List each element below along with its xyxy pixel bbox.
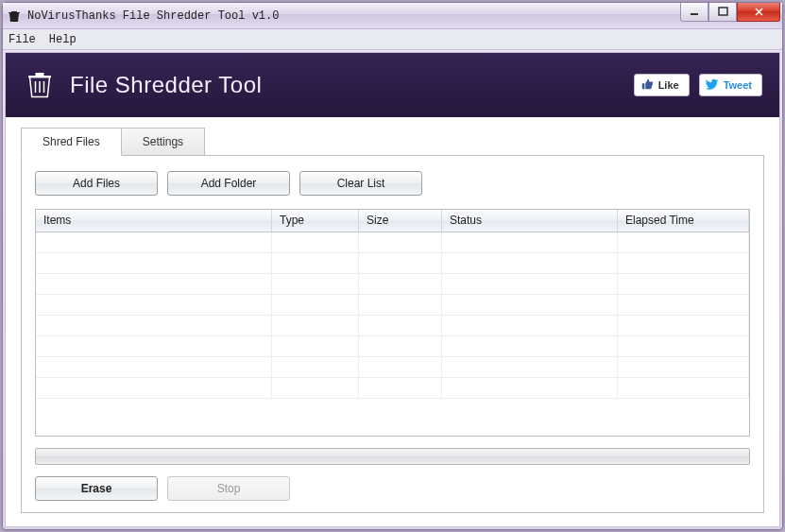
client-area: File Shredder Tool Like Tweet (5, 52, 780, 527)
table-row (36, 378, 749, 399)
app-icon (7, 9, 22, 24)
content-area: Shred Files Settings Add Files Add Folde… (6, 117, 779, 526)
table-row (36, 253, 749, 274)
col-elapsed[interactable]: Elapsed Time (618, 210, 749, 232)
window-title: NoVirusThanks File Shredder Tool v1.0 (27, 9, 279, 23)
tweet-label: Tweet (724, 79, 752, 91)
table-row (36, 232, 749, 253)
close-button[interactable] (737, 3, 780, 22)
twitter-icon (706, 77, 719, 93)
like-button[interactable]: Like (634, 74, 690, 96)
bottom-button-row: Erase Stop (35, 476, 750, 501)
titlebar[interactable]: NoVirusThanks File Shredder Tool v1.0 (3, 3, 782, 29)
menu-help[interactable]: Help (49, 33, 77, 46)
trash-icon (23, 67, 57, 104)
items-grid[interactable]: Items Type Size Status Elapsed Time (35, 209, 750, 437)
table-row (36, 274, 749, 295)
like-label: Like (658, 79, 679, 91)
table-row (36, 336, 749, 357)
add-files-button[interactable]: Add Files (35, 171, 158, 196)
tab-settings[interactable]: Settings (122, 128, 205, 156)
grid-header: Items Type Size Status Elapsed Time (36, 210, 749, 232)
progress-bar (35, 448, 750, 465)
col-size[interactable]: Size (359, 210, 442, 232)
col-status[interactable]: Status (442, 210, 618, 232)
col-type[interactable]: Type (272, 210, 359, 232)
erase-button[interactable]: Erase (35, 476, 158, 501)
tab-strip: Shred Files Settings (21, 127, 764, 155)
window-controls (680, 3, 780, 22)
table-row (36, 316, 749, 336)
hero-banner: File Shredder Tool Like Tweet (6, 53, 779, 117)
table-row (36, 295, 749, 316)
svg-rect-0 (719, 8, 727, 15)
stop-button[interactable]: Stop (167, 476, 290, 501)
tab-panel-shred: Add Files Add Folder Clear List Items Ty… (21, 155, 764, 513)
app-title: File Shredder Tool (70, 72, 262, 98)
table-row (36, 357, 749, 378)
col-items[interactable]: Items (36, 210, 272, 232)
app-window: NoVirusThanks File Shredder Tool v1.0 Fi… (2, 2, 783, 530)
menubar: File Help (3, 29, 782, 50)
clear-list-button[interactable]: Clear List (299, 171, 422, 196)
tweet-button[interactable]: Tweet (699, 74, 762, 96)
menu-file[interactable]: File (9, 33, 36, 46)
grid-body (36, 232, 749, 401)
thumbs-up-icon (640, 77, 654, 93)
maximize-button[interactable] (708, 3, 737, 22)
toolbar-row: Add Files Add Folder Clear List (35, 171, 750, 196)
tab-shred-files[interactable]: Shred Files (21, 128, 122, 156)
minimize-button[interactable] (680, 3, 708, 22)
add-folder-button[interactable]: Add Folder (167, 171, 290, 196)
